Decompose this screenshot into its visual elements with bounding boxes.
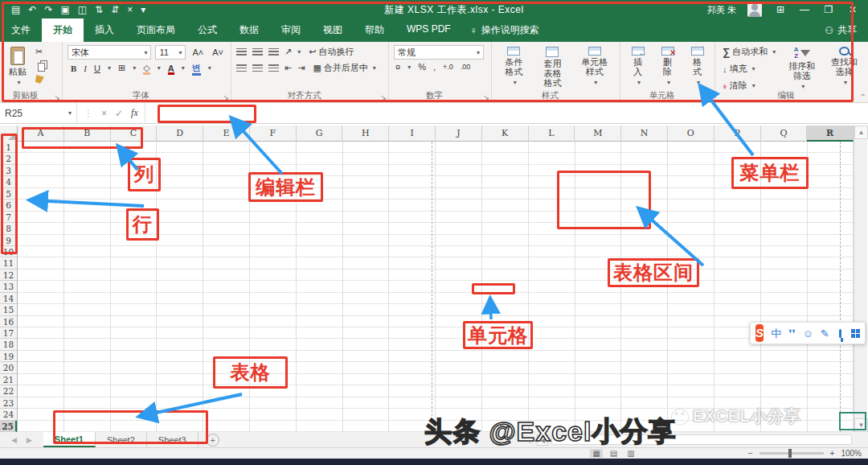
column-header-O[interactable]: O [668,126,714,142]
vertical-scrollbar[interactable]: ▲ ▼ [854,126,867,432]
zoom-out-button[interactable]: − [748,449,753,458]
annotation-label-menu-bar: 菜单栏 [731,157,809,189]
row-header-22[interactable]: 22 [0,385,17,397]
bottom-dark-bar [0,459,868,465]
excel-window: ▤↶↷▣◫⇅⇵×▾ 新建 XLSX 工作表.xlsx - Excel 邦美 朱 … [0,0,868,465]
column-header-J[interactable]: J [436,126,482,142]
row-header-17[interactable]: 17 [0,327,17,339]
row-header-15[interactable]: 15 [0,304,17,315]
column-header-F[interactable]: F [250,126,297,142]
column-header-K[interactable]: K [482,126,529,142]
row-header-24[interactable]: 24 [0,409,17,420]
page-break-line [432,142,432,432]
sheet-nav-left-icon[interactable]: ◀ [11,436,17,444]
column-header-I[interactable]: I [389,126,436,142]
watermark-faint: EXCEL小分享 [672,405,801,427]
apps-grid-icon[interactable] [851,329,860,338]
annotation-box-column-headers [22,127,143,149]
annotation-box-range [557,171,651,229]
annotation-label-formula-bar: 编辑栏 [248,172,323,202]
zoom-slider[interactable] [760,452,824,455]
annotation-box-cell [472,283,515,294]
name-box[interactable]: R25 ▾ [0,103,77,123]
chevron-down-icon: ▾ [68,109,72,117]
row-header-14[interactable]: 14 [0,293,17,304]
column-header-D[interactable]: D [157,126,203,142]
smiley-icon[interactable]: ☺ [803,328,813,339]
column-header-R[interactable]: R [807,126,854,142]
zoom-slider-thumb[interactable] [788,449,792,458]
column-header-Q[interactable]: Q [761,126,808,142]
row-header-11[interactable]: 11 [0,257,17,269]
annotation-label-cell: 单元格 [463,321,533,349]
formula-row: R25 ▾ ⋮ × ✓ fx [0,103,868,124]
annotation-label-sheet: 表格 [213,356,288,389]
row-header-20[interactable]: 20 [0,362,17,373]
annotation-box-row-headers [1,134,18,254]
page-break-line [840,142,841,432]
pointer-icon[interactable]: 中 [771,328,781,339]
row-header-13[interactable]: 13 [0,281,17,292]
comment-icon[interactable]: ❜❜ [788,328,795,339]
microphone-icon[interactable] [839,329,841,338]
sheet-nav-right-icon[interactable]: ▶ [27,436,32,444]
column-header-N[interactable]: N [621,126,668,142]
name-box-value: R25 [5,108,23,119]
zoom-level[interactable]: 100% [841,449,862,458]
row-header-25[interactable]: 25 [0,421,17,432]
column-header-E[interactable]: E [203,126,250,142]
annotation-label-column: 列 [128,158,161,191]
column-header-H[interactable]: H [342,126,389,142]
add-sheet-button[interactable]: + [207,434,219,446]
column-header-P[interactable]: P [714,126,761,142]
row-header-23[interactable]: 23 [0,397,17,409]
row-header-21[interactable]: 21 [0,374,17,385]
annotation-label-range: 表格区间 [608,258,699,287]
scroll-up-icon[interactable]: ▲ [854,126,868,139]
annotation-label-row: 行 [126,208,159,241]
enter-icon[interactable]: ✓ [115,108,123,119]
column-header-M[interactable]: M [575,126,621,142]
column-header-G[interactable]: G [297,126,343,142]
annotation-box-sheet-tabs [53,410,208,444]
row-header-12[interactable]: 12 [0,270,17,281]
watermark-green-box [839,412,866,430]
annotation-box-formula-bar [158,105,256,123]
annotation-box-ribbon [2,2,854,102]
floating-toolbar: S 中❜❜☺✎ [750,322,866,344]
insert-function-icon[interactable]: fx [131,107,138,119]
column-header-L[interactable]: L [529,126,575,142]
watermark-faint-text: EXCEL小分享 [693,405,801,427]
pencil-icon[interactable]: ✎ [821,328,829,339]
s-logo[interactable]: S [755,324,764,342]
cancel-icon[interactable]: × [101,108,107,119]
row-header-19[interactable]: 19 [0,351,17,362]
row-header-16[interactable]: 16 [0,316,17,327]
row-header-18[interactable]: 18 [0,339,17,350]
watermark-bold: 头条 @Excel小分享 [424,414,676,451]
zoom-in-button[interactable]: + [830,449,835,458]
collapse-ribbon-icon[interactable]: ⌃ [860,93,866,101]
